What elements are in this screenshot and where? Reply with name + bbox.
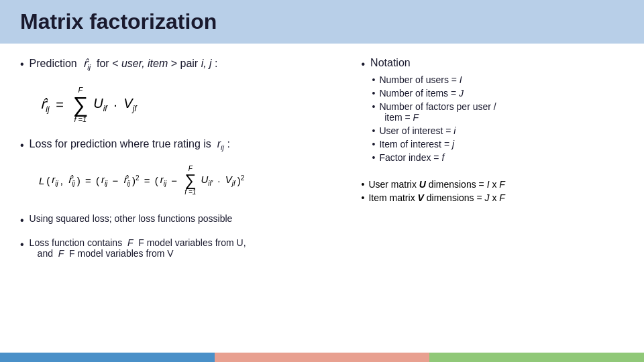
loss-contains-text: Loss function contains F F model variabl… xyxy=(30,237,246,259)
loss-contains-bullet: • Loss function contains F F model varia… xyxy=(20,237,341,259)
notation-factors: Number of factors per user / item = F xyxy=(372,101,625,123)
notation-factor-index: Factor index = f xyxy=(372,152,625,163)
user-matrix-note: User matrix U dimensions = I x F xyxy=(362,179,625,190)
bullet-dot-1: • xyxy=(20,58,24,70)
notation-item-interest: Item of interest = j xyxy=(372,139,625,149)
left-column: • Prediction r̂ij for < user, item > pai… xyxy=(20,57,341,346)
footer-blue xyxy=(0,353,215,362)
notation-title: Notation xyxy=(370,57,411,69)
notation-list: Number of users = I Number of items = J … xyxy=(362,74,625,166)
squared-loss-bullet: • Using squared loss; other loss functio… xyxy=(20,213,341,227)
notation-users: Number of users = I xyxy=(372,74,625,85)
title-text: Matrix factorization xyxy=(20,9,217,34)
footer-salmon xyxy=(215,353,429,362)
notation-bullet: • Notation xyxy=(362,57,625,74)
loss-summation: F ∑ f =1 xyxy=(184,165,196,196)
summation: F ∑ f =1 xyxy=(72,86,88,123)
item-matrix-note: Item matrix V dimensions = J x F xyxy=(362,192,625,203)
prediction-bullet: • Prediction r̂ij for < user, item > pai… xyxy=(20,57,341,71)
bullet-dot-3: • xyxy=(20,215,24,227)
loss-bullet: • Loss for prediction where true rating … xyxy=(20,138,341,152)
notation-user-interest: User of interest = i xyxy=(372,125,625,136)
matrix-notes: User matrix U dimensions = I x F Item ma… xyxy=(362,179,625,203)
bullet-dot-4: • xyxy=(20,239,24,251)
prediction-formula: r̂ij = F ∑ f =1 Uif · Vjf xyxy=(40,86,341,123)
footer-bar xyxy=(0,353,644,362)
content-area: • Prediction r̂ij for < user, item > pai… xyxy=(0,44,644,353)
loss-text: Loss for prediction where true rating is… xyxy=(30,138,230,152)
bullet-dot-notation: • xyxy=(362,58,366,70)
right-column: • Notation Number of users = I Number of… xyxy=(355,57,625,346)
squared-loss-text: Using squared loss; other loss functions… xyxy=(30,213,233,224)
loss-formula: L(rij, r̂ij) = (rij − r̂ij)2 = (rij − F … xyxy=(39,165,341,196)
slide-title: Matrix factorization xyxy=(0,0,644,44)
notation-items: Number of items = J xyxy=(372,88,625,99)
bullet-dot-2: • xyxy=(20,139,24,152)
slide: Matrix factorization • Prediction r̂ij f… xyxy=(0,0,644,362)
footer-green xyxy=(429,353,644,362)
prediction-text: Prediction r̂ij for < user, item > pair … xyxy=(30,57,218,71)
